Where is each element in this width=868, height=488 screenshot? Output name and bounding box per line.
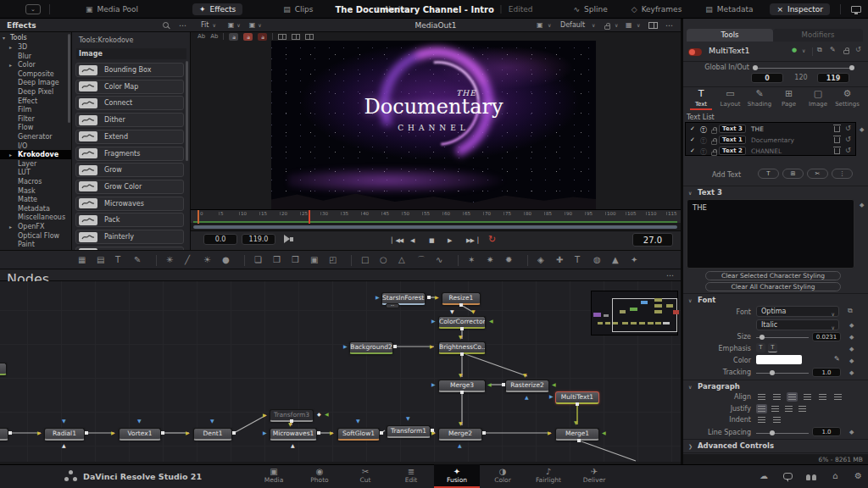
- color-version-swatch-2[interactable]: a: [258, 33, 267, 41]
- list-scrollbar[interactable]: [186, 61, 188, 161]
- clean-feed-icon[interactable]: [851, 6, 861, 13]
- timeline-scroll[interactable]: [191, 224, 681, 230]
- clear-all-styling-button[interactable]: Clear All Character Styling: [705, 282, 841, 291]
- tree-item-miscellaneous[interactable]: Miscellaneous: [0, 213, 72, 222]
- node-thumbnail-toggle[interactable]: ••: [386, 303, 399, 308]
- tree-item-film[interactable]: Film: [0, 105, 72, 114]
- tool-icon-0-2[interactable]: T: [115, 255, 120, 265]
- page-button-cut[interactable]: ✂Cut: [342, 464, 388, 488]
- port-arrow[interactable]: ▼: [137, 419, 142, 424]
- port-arrow[interactable]: ◀: [487, 382, 492, 387]
- tree-item-deep-image[interactable]: Deep Image: [0, 78, 72, 87]
- align-right-button[interactable]: [787, 392, 798, 402]
- check-icon[interactable]: ✓: [690, 147, 695, 154]
- tool-icon-1-3[interactable]: ●: [222, 255, 230, 265]
- tree-item-3d[interactable]: ▸3D: [0, 42, 72, 52]
- port-arrow[interactable]: ▲: [291, 443, 295, 448]
- port-arrow[interactable]: ▼: [288, 422, 292, 427]
- indent-decrease-button[interactable]: [756, 415, 767, 424]
- tool-icon-1-1[interactable]: ╱: [185, 255, 190, 265]
- page-button-deliver[interactable]: ✈Deliver: [571, 464, 617, 488]
- keyframe-icon[interactable]: ◆: [849, 369, 854, 376]
- dual-viewer-icon[interactable]: [648, 22, 658, 29]
- slider-handle[interactable]: [760, 335, 765, 340]
- tool-icon-2-0[interactable]: ❏: [254, 255, 262, 265]
- current-frame-field[interactable]: 27.0: [632, 233, 673, 247]
- check-icon[interactable]: ✓: [690, 136, 695, 143]
- effect-item-grow[interactable]: Grow: [75, 163, 184, 177]
- tree-scrollbar[interactable]: [68, 34, 70, 123]
- topbar-button-metadata[interactable]: ▤Metadata: [698, 3, 760, 15]
- port-arrow[interactable]: ◀: [325, 412, 329, 417]
- lut-select[interactable]: Default: [560, 21, 585, 29]
- align-middle-button[interactable]: [817, 392, 828, 402]
- tool-icon-5-1[interactable]: ✚: [556, 255, 563, 265]
- node-partial-node-a[interactable]: [0, 363, 7, 375]
- port-arrow[interactable]: ▶: [548, 430, 552, 435]
- tool-icon-4-0[interactable]: ✶: [468, 255, 475, 265]
- global-out-field[interactable]: 119: [817, 73, 849, 83]
- port-arrow[interactable]: ▶: [431, 430, 436, 435]
- tree-item-mask[interactable]: Mask: [0, 186, 72, 196]
- inspector-tab-image[interactable]: ▢Image: [804, 88, 832, 108]
- slider-handle[interactable]: [849, 65, 854, 70]
- tree-item-color[interactable]: ▸Color: [0, 60, 72, 69]
- tab-modifiers[interactable]: Modifiers: [773, 29, 863, 42]
- transport-goto-start-icon[interactable]: ▏◀◀: [392, 237, 403, 244]
- lock-icon[interactable]: [711, 141, 717, 145]
- justify-center-button[interactable]: [770, 404, 781, 413]
- view-b-icon[interactable]: ▣: [249, 21, 256, 29]
- tool-icon-5-5[interactable]: ✦: [631, 255, 637, 265]
- port-arrow[interactable]: ▲: [458, 443, 462, 448]
- port-arrow[interactable]: ▼: [523, 373, 527, 378]
- topbar-button-inspector[interactable]: ⨯Inspector: [770, 3, 830, 15]
- node-Background2[interactable]: Background2: [349, 341, 393, 354]
- node-port[interactable]: [460, 352, 464, 356]
- copy-icon[interactable]: ⧉: [817, 46, 822, 54]
- pick-icon[interactable]: ✎: [830, 46, 836, 53]
- tree-root[interactable]: ▾ Tools: [0, 33, 72, 42]
- port-arrow[interactable]: ▼: [356, 419, 360, 424]
- ab-compare-button-1[interactable]: Ab: [210, 33, 218, 40]
- node-Transform1[interactable]: Transform1: [387, 425, 431, 438]
- text-name-chip[interactable]: Text 2: [719, 147, 746, 155]
- bold-button[interactable]: T: [756, 343, 765, 352]
- text-name-chip[interactable]: Text 3: [719, 125, 746, 133]
- effect-item-dither[interactable]: Dither: [75, 113, 184, 127]
- range-in-field[interactable]: 0.0: [203, 234, 237, 245]
- align-bottom-button[interactable]: [832, 392, 843, 402]
- add-text-button-1[interactable]: ⊞: [782, 169, 804, 179]
- reset-icon[interactable]: ↺: [855, 46, 861, 53]
- add-text-button-3[interactable]: ⋮: [832, 169, 853, 179]
- text-list-row-3[interactable]: ✓ⓉText 2CHANNEL↺: [685, 146, 856, 157]
- indent-increase-button[interactable]: [771, 415, 782, 424]
- node-port[interactable]: [85, 431, 88, 435]
- page-button-fusion[interactable]: ✦Fusion: [434, 464, 480, 488]
- font-select[interactable]: Optima∨: [756, 306, 839, 317]
- node-port[interactable]: [482, 431, 486, 435]
- node-enable-toggle[interactable]: [688, 48, 702, 56]
- node-minimap[interactable]: [591, 291, 678, 336]
- text-list-row-2[interactable]: ✓ⓉText 1Documentary↺: [685, 135, 856, 146]
- tree-item-optical-flow[interactable]: Optical Flow: [0, 231, 72, 241]
- page-button-color[interactable]: ◑Color: [480, 464, 526, 488]
- tree-item-generator[interactable]: Generator: [0, 132, 72, 141]
- view-a-icon[interactable]: ▣: [228, 21, 235, 29]
- split-view-icon[interactable]: ▣: [537, 21, 543, 29]
- settings-icon[interactable]: ⚙: [854, 471, 862, 480]
- effect-item-bounding-box[interactable]: Bounding Box: [75, 63, 184, 77]
- search-icon[interactable]: [163, 22, 169, 28]
- port-arrow[interactable]: ▶: [111, 430, 115, 435]
- split-view-icon-1[interactable]: [292, 34, 300, 40]
- tree-item-blur[interactable]: Blur: [0, 52, 72, 61]
- port-arrow[interactable]: ◀: [489, 319, 493, 324]
- lock-icon[interactable]: [711, 130, 717, 134]
- port-arrow[interactable]: ▼: [450, 309, 454, 314]
- justify-full-button[interactable]: [797, 404, 808, 413]
- slider-handle[interactable]: [770, 430, 775, 435]
- eyedropper-icon[interactable]: ✎: [834, 355, 840, 363]
- node-Rasterize2[interactable]: Rasterize2: [505, 380, 549, 392]
- node-Radial1[interactable]: Radial1: [44, 428, 85, 441]
- tree-item-paint[interactable]: Paint: [0, 240, 72, 249]
- port-arrow[interactable]: ◀: [552, 382, 556, 387]
